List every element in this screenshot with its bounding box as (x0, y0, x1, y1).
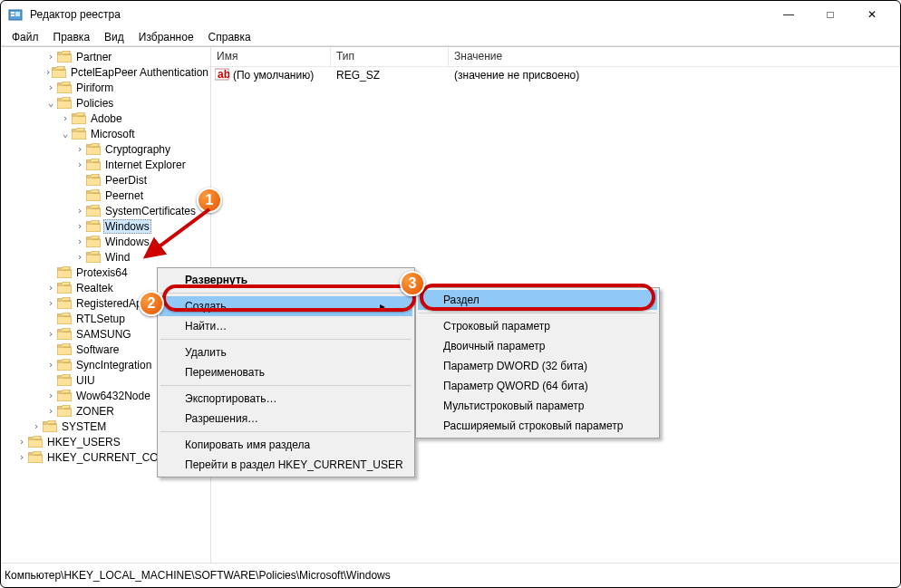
folder-icon (57, 405, 72, 418)
tree-twisty-icon[interactable]: › (73, 236, 86, 247)
tree-twisty-icon[interactable]: › (73, 251, 86, 263)
folder-icon (28, 436, 43, 448)
tree-label: Internet Explorer (103, 159, 188, 171)
minimize-button[interactable]: — (768, 1, 809, 28)
ctx-rename[interactable]: Переименовать (160, 362, 412, 382)
tree-twisty-icon[interactable]: › (73, 205, 86, 217)
ctx-copy[interactable]: Копировать имя раздела (160, 435, 412, 455)
folder-icon (57, 82, 72, 94)
tree-twisty-icon[interactable]: › (44, 282, 57, 294)
tree-item-internet-explorer[interactable]: ›Internet Explorer (1, 157, 210, 172)
ctx-expand[interactable]: Развернуть (160, 270, 412, 290)
submenu-arrow-icon: ▸ (362, 300, 385, 313)
ctx-new-string[interactable]: Строковый параметр (418, 316, 657, 336)
menu-fav[interactable]: Избранное (131, 29, 201, 45)
tree-twisty-icon[interactable]: › (73, 143, 86, 155)
tree-twisty-icon[interactable]: › (44, 297, 57, 309)
ctx-delete[interactable]: Удалить (160, 342, 412, 362)
ctx-new[interactable]: Создать▸ (160, 296, 412, 316)
tree-item-systemcertificates[interactable]: ›SystemCertificates (1, 203, 210, 218)
tree-twisty-icon[interactable]: › (73, 159, 86, 170)
maximize-button[interactable]: □ (809, 1, 851, 28)
folder-icon (86, 220, 101, 233)
svg-rect-3 (15, 12, 20, 16)
folder-icon (86, 159, 101, 171)
separator (160, 339, 412, 340)
tree-label: Piriform (74, 82, 115, 94)
tree-label: Windows (103, 236, 151, 248)
tree-item-peerdist[interactable]: PeerDist (1, 172, 210, 188)
tree-twisty-icon[interactable]: ⌄ (59, 128, 72, 140)
svg-text:ab: ab (218, 68, 229, 81)
ctx-export[interactable]: Экспортировать… (160, 389, 412, 409)
ctx-new-qword[interactable]: Параметр QWORD (64 бита) (418, 376, 657, 396)
ctx-new-expand[interactable]: Расширяемый строковый параметр (418, 416, 657, 436)
tree-label: PeerDist (103, 174, 149, 187)
ctx-new-binary[interactable]: Двоичный параметр (418, 336, 657, 356)
tree-twisty-icon[interactable]: › (44, 390, 57, 401)
tree-item-peernet[interactable]: Peernet (1, 188, 210, 203)
tree-twisty-icon[interactable]: › (44, 66, 52, 78)
folder-icon (57, 51, 72, 63)
col-name[interactable]: Имя (211, 47, 331, 66)
tree-item-windows[interactable]: ›Windows (1, 218, 210, 234)
tree-item-policies[interactable]: ⌄Policies (1, 95, 210, 111)
tree-label: SAMSUNG (74, 328, 133, 341)
tree-label: Realtek (74, 282, 115, 294)
folder-icon (57, 297, 72, 310)
ctx-perm[interactable]: Разрешения… (160, 409, 412, 429)
folder-icon (86, 236, 101, 248)
tree-item-cryptography[interactable]: ›Cryptography (1, 141, 210, 157)
tree-twisty-icon[interactable]: › (44, 82, 57, 93)
menu-edit[interactable]: Правка (46, 29, 98, 45)
tree-twisty-icon[interactable]: › (15, 436, 28, 448)
separator (160, 385, 412, 386)
tree-item-windows[interactable]: ›Windows (1, 234, 210, 249)
tree-label: Adobe (89, 112, 124, 125)
tree-item-adobe[interactable]: ›Adobe (1, 111, 210, 126)
string-value-icon: ab (215, 68, 229, 83)
tree-label: RTLSetup (74, 313, 127, 325)
tree-item-wind[interactable]: ›Wind (1, 249, 210, 265)
tree-item-partner[interactable]: ›Partner (1, 49, 210, 64)
list-row-default[interactable]: ab (По умолчанию) REG_SZ (значение не пр… (211, 67, 900, 83)
tree-twisty-icon[interactable]: › (44, 51, 57, 63)
tree-twisty-icon[interactable]: › (44, 405, 57, 417)
tree-twisty-icon[interactable]: › (44, 359, 57, 371)
col-value[interactable]: Значение (449, 47, 900, 66)
ctx-new-dword[interactable]: Параметр DWORD (32 бита) (418, 356, 657, 376)
menu-help[interactable]: Справка (201, 29, 258, 45)
tree-label: Policies (74, 97, 115, 110)
tree-label: ZONER (74, 405, 116, 418)
window-title: Редактор реестра (30, 8, 121, 21)
separator (160, 293, 412, 294)
ctx-find[interactable]: Найти… (160, 316, 412, 336)
tree-item-pcteleappeer-authentication[interactable]: ›PctelEapPeer Authentication (1, 64, 210, 80)
folder-icon (86, 251, 101, 264)
menu-file[interactable]: Файл (5, 29, 46, 45)
menubar: Файл Правка Вид Избранное Справка (1, 28, 900, 46)
tree-label: HKEY_USERS (45, 436, 122, 448)
close-button[interactable]: ✕ (851, 1, 893, 28)
separator (160, 431, 412, 432)
tree-label: PctelEapPeer Authentication (69, 66, 210, 79)
context-menu-new: Раздел Строковый параметр Двоичный парам… (415, 287, 660, 439)
svg-rect-1 (11, 12, 15, 14)
tree-item-piriform[interactable]: ›Piriform (1, 80, 210, 95)
tree-twisty-icon[interactable]: ⌄ (44, 97, 57, 109)
tree-twisty-icon[interactable]: › (30, 420, 43, 432)
ctx-new-key[interactable]: Раздел (418, 290, 657, 310)
tree-twisty-icon[interactable]: › (15, 451, 28, 463)
tree-label: Wind (103, 251, 131, 264)
tree-twisty-icon[interactable]: › (44, 328, 57, 340)
tree-label: Cryptography (103, 143, 172, 156)
menu-view[interactable]: Вид (97, 29, 131, 45)
tree-item-microsoft[interactable]: ⌄Microsoft (1, 126, 210, 141)
col-type[interactable]: Тип (331, 47, 449, 66)
folder-icon (57, 390, 72, 402)
tree-twisty-icon[interactable]: › (73, 220, 86, 232)
ctx-new-multi[interactable]: Мультистроковый параметр (418, 396, 657, 416)
ctx-goto[interactable]: Перейти в раздел HKEY_CURRENT_USER (160, 455, 412, 475)
folder-icon (86, 174, 101, 187)
tree-twisty-icon[interactable]: › (59, 112, 72, 124)
